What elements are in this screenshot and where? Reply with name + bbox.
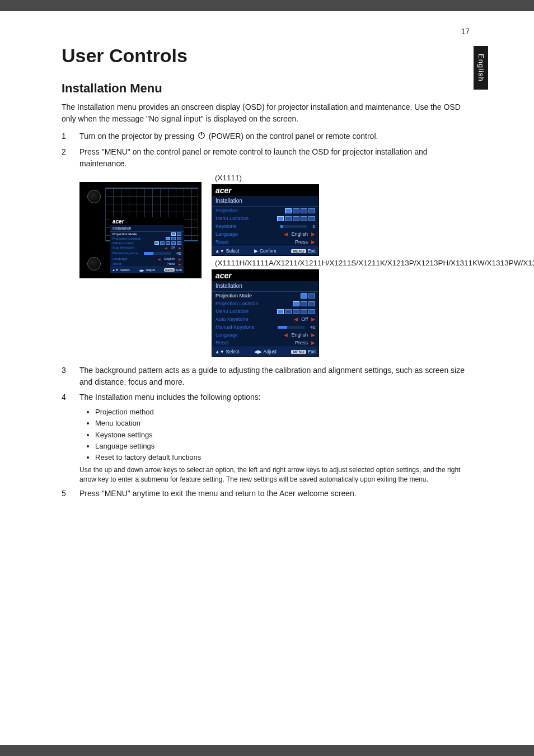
osd-panel-2[interactable]: acer Installation Projection ModeProject… [212,269,319,357]
osd-row[interactable]: Language◀English▶ [212,331,318,339]
osd-row[interactable]: Manual Keystone40 [110,250,184,256]
osd-slider[interactable] [278,326,305,329]
osd-row[interactable]: ResetPress▶ [212,339,318,347]
osd-option-icon[interactable] [293,301,299,306]
osd-row[interactable]: Projection Mode [110,232,184,236]
osd-row-label: Projection Mode [113,232,137,236]
osd-panel-1[interactable]: acer Installation ProjectionMenu Locatio… [212,184,319,256]
osd-option-icon[interactable] [293,216,299,221]
osd-row[interactable]: Language◀English▶ [212,230,318,238]
osd-row[interactable]: Manual Keystone40 [212,323,318,331]
projector-lens-icon [87,190,101,203]
list-item: Keystone settings [95,430,472,441]
osd-option-icon[interactable] [166,237,170,240]
arrow-right-icon[interactable]: ▶ [311,332,315,338]
osd-brand: acer [212,270,318,281]
arrow-left-icon[interactable]: ◀ [284,332,288,338]
osd-row-value: 40 [278,325,315,330]
osd-row-value [277,216,315,221]
osd-option-icon[interactable] [177,232,181,236]
osd-option-icon[interactable] [301,208,307,213]
intro-paragraph: The Installation menu provides an onscre… [62,101,472,125]
osd-slider[interactable] [144,252,171,255]
osd-option-icon[interactable] [301,293,307,298]
osd-row-value [166,237,181,240]
osd-row[interactable]: Menu Location [110,241,184,245]
osd-option-icon[interactable] [277,309,284,314]
osd-row-label: Menu Location [216,309,249,314]
osd-row-value [301,293,315,298]
osd-option-icon[interactable] [285,208,292,213]
osd-option-icon[interactable] [177,237,181,240]
osd-option-icon[interactable] [308,293,315,298]
osd-row[interactable]: ResetPress▶ [212,238,318,246]
arrow-left-icon[interactable]: ◀ [294,316,298,322]
osd-option-icon[interactable] [308,216,315,221]
osd-row[interactable]: ResetPress▶ [110,262,184,267]
osd-option-icon[interactable] [171,241,176,245]
osd-row-label: Manual Keystone [216,324,255,330]
osd-option-icon[interactable] [308,301,315,306]
osd-option-icon[interactable] [285,216,292,221]
arrow-right-icon[interactable]: ▶ [311,231,315,237]
arrow-right-icon[interactable]: ▶ [311,239,315,245]
osd-footer: ▲▼ Select ◀▶ Adjust MENU Exit [212,347,318,356]
step-list-cont: 3 The background pattern acts as a guide… [62,365,472,499]
projection-diagram: acer Installation Projection ModeProject… [79,182,202,278]
step-4-note: Use the up and down arrow keys to select… [79,465,472,484]
osd-slider[interactable] [280,225,307,228]
osd-option-icon[interactable] [293,208,299,213]
step-4: 4 The Installation menu includes the fol… [62,391,472,484]
osd-option-icon[interactable] [166,241,170,245]
osd-option-icon[interactable] [301,309,307,314]
osd-footer: ▲▼ Select ▶ Confirm MENU Exit [212,246,318,255]
osd-row-label: Language [113,257,128,260]
osd-option-icon[interactable] [160,241,165,245]
arrow-left-icon[interactable]: ◀ [158,257,161,261]
osd-option-icon[interactable] [177,241,181,245]
list-item: Menu location [95,418,472,429]
arrow-right-icon[interactable]: ▶ [179,246,181,250]
osd-option-icon[interactable] [277,216,284,221]
osd-row[interactable]: Auto Keystone◀Off▶ [212,315,318,323]
arrow-left-icon[interactable]: ◀ [165,246,167,250]
osd-option-icon[interactable] [301,301,307,306]
step-number: 5 [62,488,69,500]
arrow-right-icon[interactable]: ▶ [179,262,181,266]
osd-row[interactable]: Menu Location [212,307,318,315]
osd-row-value: ◀English▶ [158,257,181,261]
osd-option-icon[interactable] [308,309,315,314]
page: 17 English User Controls Installation Me… [0,11,534,745]
arrow-left-icon[interactable]: ◀ [284,231,288,237]
arrow-right-icon[interactable]: ▶ [311,316,315,322]
osd-row[interactable]: Auto Keystone◀Off▶ [110,245,184,250]
osd-row-label: Projection [216,208,238,213]
osd-option-icon[interactable] [308,208,315,213]
osd-row[interactable]: Projection Location [110,236,184,241]
osd-row[interactable]: Keystone0 [212,222,318,230]
osd-option-icon[interactable] [301,216,307,221]
osd-row-value: 0 [280,224,315,229]
osd-title: Installation [212,281,318,292]
osd-row-label: Language [216,231,238,237]
osd-option-icon[interactable] [293,309,299,314]
osd-title: Installation [212,196,318,207]
osd-row[interactable]: Projection [212,207,318,214]
osd-row[interactable]: Projection Location [212,300,318,307]
osd-row[interactable]: Language◀English▶ [110,256,184,262]
step-number: 3 [62,365,69,388]
step-number: 1 [62,130,69,143]
arrow-right-icon[interactable]: ▶ [179,257,181,261]
step-list: 1 Turn on the projector by pressing (POW… [62,130,472,170]
osd-row[interactable]: Projection Mode [212,292,318,300]
osd-option-icon[interactable] [171,232,176,236]
arrow-right-icon[interactable]: ▶ [311,340,315,346]
osd-row-label: Auto Keystone [113,246,134,249]
osd-row[interactable]: Menu Location [212,214,318,222]
osd-option-icon[interactable] [154,241,159,245]
osd-row-value [154,241,181,245]
step-2: 2 Press "MENU" on the control panel or r… [62,146,472,170]
osd-option-icon[interactable] [171,237,176,240]
osd-panel-embedded[interactable]: acer Installation Projection ModeProject… [110,217,184,274]
osd-option-icon[interactable] [285,309,292,314]
